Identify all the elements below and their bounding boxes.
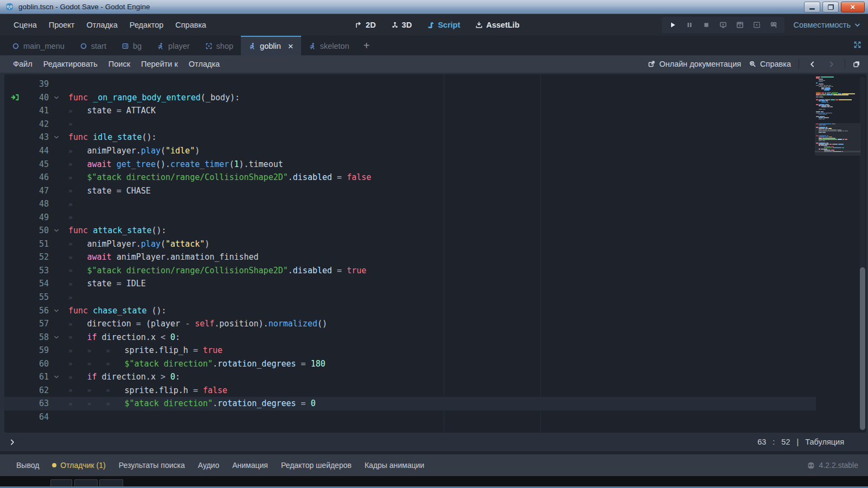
code-line-61[interactable]: 61»if direction.x > 0:	[4, 370, 866, 384]
scene-tab-main_menu[interactable]: main_menu	[4, 36, 72, 55]
menubar-item-help[interactable]: Справка	[169, 17, 212, 33]
fold-arrow-icon[interactable]	[49, 334, 64, 341]
minimize-button[interactable]	[804, 2, 820, 12]
code-line-64[interactable]: 64	[4, 410, 866, 424]
code-line-45[interactable]: 45»await get_tree().create_timer(1).time…	[4, 157, 866, 171]
menubar-item-editor[interactable]: Редактор	[124, 17, 169, 33]
script-menu-search[interactable]: Поиск	[103, 57, 136, 71]
code-line-48[interactable]: 48»	[4, 197, 866, 211]
bottom-tab-audio[interactable]: Аудио	[192, 458, 226, 472]
code-lines: 3940func _on_range_body_entered(_body):4…	[4, 78, 866, 423]
history-back-button[interactable]	[807, 61, 818, 68]
scene-tab-bg[interactable]: bg	[114, 36, 149, 55]
status-separator: |	[796, 438, 799, 446]
fold-arrow-icon[interactable]	[49, 307, 64, 314]
scripts-panel-toggle[interactable]	[853, 60, 860, 68]
code-line-40[interactable]: 40func _on_range_body_entered(_body):	[4, 91, 866, 105]
play-button[interactable]	[669, 21, 676, 29]
code-line-53[interactable]: 53»$"atack direction/range/CollisionShap…	[4, 264, 866, 278]
history-forward-button[interactable]	[826, 61, 837, 68]
movie-maker-button[interactable]	[753, 21, 761, 29]
code-line-41[interactable]: 41»state = ATTACK	[4, 104, 866, 118]
script-menu-edit[interactable]: Редактировать	[38, 57, 103, 71]
scene-tab-skeleton[interactable]: skeleton	[301, 36, 357, 55]
fold-arrow-icon[interactable]	[49, 94, 64, 101]
pause-button[interactable]	[686, 21, 693, 29]
fold-arrow-icon[interactable]	[49, 227, 64, 234]
workspace-3d-button[interactable]: 3D	[386, 18, 417, 32]
line-number: 44	[23, 146, 49, 156]
minimap-segment	[816, 113, 820, 114]
search-help-button[interactable]: Справка	[749, 60, 791, 68]
fold-arrow-icon[interactable]	[49, 374, 64, 380]
restore-button[interactable]	[822, 2, 839, 12]
code-line-54[interactable]: 54»state = IDLE	[4, 277, 866, 291]
code-token: if	[87, 372, 102, 382]
workspace-2d-button[interactable]: 2D	[350, 18, 381, 32]
play-custom-scene-button[interactable]	[736, 21, 744, 29]
code-line-59[interactable]: 59»»»sprite.flip_h = true	[4, 344, 866, 357]
add-scene-tab-button[interactable]: +	[357, 36, 376, 55]
code-line-58[interactable]: 58»if direction.x < 0:	[4, 330, 866, 344]
menubar-item-project[interactable]: Проект	[43, 17, 81, 33]
indent-type[interactable]: Табуляция	[805, 438, 844, 446]
script-menu-goto[interactable]: Перейти к	[136, 57, 183, 71]
minimap[interactable]	[816, 76, 859, 433]
code-line-49[interactable]: 49»	[4, 210, 866, 224]
code-line-52[interactable]: 52»await animPlayer.animation_finished	[4, 251, 866, 264]
script-menu-file[interactable]: Файл	[8, 57, 38, 71]
close-button[interactable]: ×	[841, 2, 865, 12]
code-token: direction.x	[102, 332, 161, 342]
workspace-script-button[interactable]: Script	[422, 18, 465, 32]
scene-tab-player[interactable]: player	[149, 36, 197, 55]
errors-expand-chevron-icon[interactable]	[9, 439, 16, 446]
online-docs-button[interactable]: Онлайн документация	[648, 60, 741, 68]
code-line-44[interactable]: 44»animPlayer.play("idle")	[4, 144, 866, 158]
connected-signal-icon[interactable]	[11, 93, 23, 101]
code-line-39[interactable]: 39	[4, 78, 866, 91]
scene-tab-start[interactable]: start	[72, 36, 114, 55]
taskbar-item[interactable]	[74, 479, 98, 486]
play-scene-icon	[719, 21, 727, 29]
scene-tab-shop[interactable]: shop	[197, 36, 241, 55]
code-line-43[interactable]: 43func idle_state():	[4, 131, 866, 144]
taskbar-item[interactable]	[50, 479, 72, 486]
bottom-tab-shader-editor[interactable]: Редактор шейдеров	[275, 458, 358, 472]
play-scene-button[interactable]	[719, 21, 727, 29]
code-line-60[interactable]: 60»»»$"atack direction".rotation_degrees…	[4, 357, 866, 370]
distraction-free-icon[interactable]	[853, 41, 861, 49]
movie-reel-button[interactable]	[770, 21, 777, 29]
renderer-dropdown[interactable]: Совместимость	[793, 21, 860, 29]
taskbar-item[interactable]	[99, 479, 123, 486]
script-menu-debug[interactable]: Отладка	[183, 57, 225, 71]
scene-tab-goblin[interactable]: goblin×	[241, 36, 301, 55]
bottom-tab-debugger[interactable]: Отладчик (1)	[46, 458, 112, 472]
stop-button[interactable]	[703, 21, 710, 29]
scrollbar-thumb[interactable]	[860, 267, 865, 430]
fold-arrow-icon[interactable]	[49, 134, 64, 140]
code-line-55[interactable]: 55»	[4, 291, 866, 304]
workspace-assetlib-button[interactable]: AssetLib	[470, 18, 524, 32]
bottom-tab-sprite-frames[interactable]: Кадры анимации	[358, 458, 431, 472]
minimap-segment	[821, 102, 826, 103]
code-line-63[interactable]: 63»»»$"atack direction".rotation_degrees…	[4, 397, 866, 410]
code-line-46[interactable]: 46»$"atack direction/range/CollisionShap…	[4, 171, 866, 184]
code-line-42[interactable]: 42»	[4, 118, 866, 131]
minimap-segment	[816, 85, 819, 86]
code-line-62[interactable]: 62»»»sprite.flip.h = false	[4, 384, 866, 397]
bottom-tab-output[interactable]: Вывод	[10, 458, 46, 472]
code-line-50[interactable]: 50func attack_state():	[4, 224, 866, 237]
code-line-51[interactable]: 51»animPlayer.play("attack")	[4, 237, 866, 251]
code-line-47[interactable]: 47»state = CHASE	[4, 184, 866, 197]
code-editor[interactable]: 3940func _on_range_body_entered(_body):4…	[4, 74, 866, 433]
titlebar[interactable]: goblin.tscn - Godot Save - Godot Engine …	[0, 0, 868, 14]
code-line-57[interactable]: 57»direction = (player - self.position).…	[4, 317, 866, 331]
bottom-tab-search-results[interactable]: Результаты поиска	[112, 458, 192, 472]
menubar-item-debug[interactable]: Отладка	[81, 17, 124, 33]
close-tab-icon[interactable]: ×	[288, 42, 293, 51]
code-token: disabled	[293, 266, 332, 275]
code-content: »$"atack direction/range/CollisionShape2…	[68, 172, 371, 182]
menubar-item-scene[interactable]: Сцена	[8, 17, 43, 33]
code-line-56[interactable]: 56func chase_state ():	[4, 304, 866, 317]
bottom-tab-animation[interactable]: Анимация	[226, 458, 275, 472]
